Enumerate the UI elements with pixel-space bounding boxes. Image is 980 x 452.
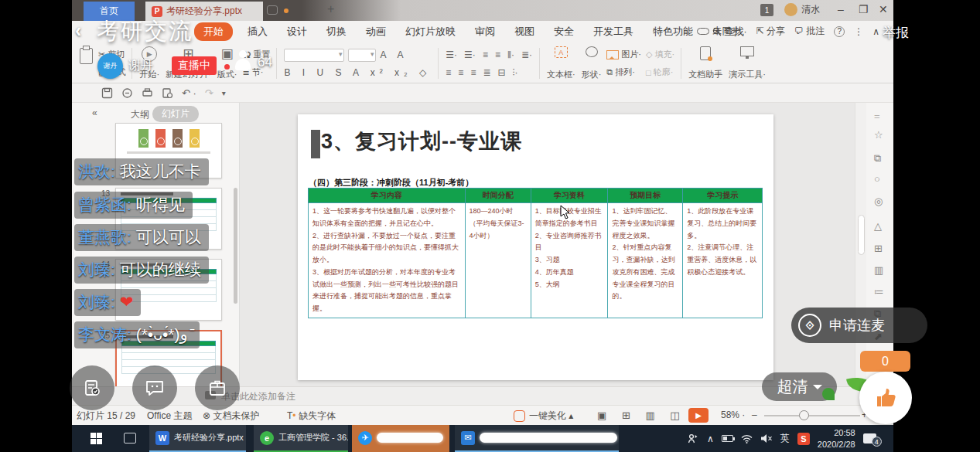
report-button[interactable]: 举报 bbox=[883, 24, 909, 42]
ribbon-tab-transition[interactable]: 切换 bbox=[322, 23, 351, 40]
outline-button[interactable]: □ 轮廓· bbox=[646, 66, 674, 78]
paste-button[interactable] bbox=[77, 46, 96, 81]
help-button[interactable]: ? bbox=[834, 26, 845, 37]
restore-button[interactable]: ❐ bbox=[859, 3, 869, 15]
ribbon-tab-dev-tools[interactable]: 开发工具 bbox=[589, 23, 638, 40]
taskbar-app-messenger[interactable]: ✉ bbox=[455, 425, 619, 452]
ribbon-tab-insert[interactable]: 插入 bbox=[243, 23, 272, 40]
notification-center-icon[interactable]: 4 bbox=[863, 433, 876, 444]
tray-time: 20:58 bbox=[834, 428, 855, 437]
redo-button[interactable]: ↷ bbox=[205, 87, 213, 99]
switch-windows-icon[interactable]: ⧉ bbox=[874, 152, 881, 165]
ime-indicator[interactable]: 英 bbox=[780, 432, 790, 445]
list-format-buttons-row1[interactable]: ☰·☰·≡≡⫴·≣· bbox=[446, 49, 532, 60]
panel-tab-outline[interactable]: 大纲 bbox=[131, 108, 149, 121]
view-mode-buttons[interactable]: ▣ ⊞ ▥ ◫ bbox=[597, 410, 686, 421]
font-family-select[interactable] bbox=[284, 49, 344, 62]
picture-button[interactable]: 图片· bbox=[606, 49, 641, 60]
current-slide[interactable]: 3、复习计划--专业课 （四）第三阶段：冲刺阶段（11月初-考前） 学习内容 时… bbox=[298, 114, 773, 380]
account-chip[interactable]: 清水 bbox=[784, 3, 820, 16]
print-icon[interactable] bbox=[142, 87, 153, 99]
beautify-button[interactable]: 一键美化 ▴ bbox=[514, 410, 573, 423]
effects-icon[interactable]: ☆ bbox=[874, 129, 883, 141]
smartart-icon[interactable]: △ bbox=[874, 220, 882, 232]
sogou-input-icon[interactable]: S bbox=[797, 433, 810, 445]
live-dot-icon bbox=[224, 64, 230, 70]
ribbon-tab-review[interactable]: 审阅 bbox=[470, 23, 500, 40]
sync-status-button[interactable]: 未同步· bbox=[697, 25, 746, 38]
table-panel-icon[interactable]: ⊞ bbox=[874, 243, 883, 254]
new-tab-button[interactable]: + bbox=[327, 2, 334, 16]
close-button[interactable]: ✕ bbox=[879, 3, 888, 15]
wifi-icon[interactable] bbox=[741, 434, 753, 444]
more-menu-button[interactable]: ⋮ bbox=[854, 26, 863, 37]
panel-tab-slides[interactable]: 幻灯片 bbox=[152, 106, 199, 122]
like-button[interactable] bbox=[859, 372, 912, 424]
task-view-button[interactable] bbox=[124, 433, 136, 444]
share-button[interactable]: ⇱ 分享 bbox=[756, 25, 784, 38]
ribbon-tab-view[interactable]: 视图 bbox=[510, 23, 539, 40]
doc-assistant-button[interactable]: 文档助手 bbox=[685, 46, 726, 81]
slide-counter[interactable]: 幻灯片 15 / 29 bbox=[77, 410, 135, 423]
taskbar-app-wps[interactable]: W 考研经验分享.pptx ... bbox=[149, 425, 246, 452]
seal-icon[interactable]: ◎ bbox=[874, 195, 883, 207]
scrollbar-thumb[interactable] bbox=[858, 215, 865, 255]
undo-button[interactable]: ↶ · bbox=[182, 87, 196, 99]
font-size-select[interactable] bbox=[348, 49, 376, 62]
slideshow-play-button[interactable]: ▶ bbox=[688, 408, 709, 423]
zoom-level[interactable]: 58% · bbox=[721, 410, 745, 420]
arrange-button[interactable]: ⧉ 排列· bbox=[606, 66, 641, 78]
shapes-panel-icon[interactable]: ○ bbox=[874, 173, 880, 185]
theme-name[interactable]: Office 主题 bbox=[147, 410, 192, 423]
sign-in-button[interactable] bbox=[70, 365, 114, 410]
save-icon[interactable] bbox=[101, 87, 113, 99]
taskbar-app-school[interactable]: e 工商管理学院 - 36... bbox=[254, 425, 348, 452]
panel-collapse-button[interactable]: « bbox=[92, 107, 97, 118]
start-button[interactable] bbox=[90, 433, 102, 444]
comment-button[interactable]: 🗩 批注 bbox=[794, 25, 825, 38]
settings-sliders-icon[interactable]: ≔ bbox=[874, 286, 884, 297]
tray-expand-icon[interactable]: ∧ bbox=[707, 433, 714, 444]
chat-button[interactable] bbox=[132, 365, 177, 410]
textbox-button[interactable]: A 文本框· bbox=[544, 46, 579, 81]
panel-scrollbar[interactable] bbox=[234, 188, 237, 304]
speaker-muted-icon[interactable] bbox=[760, 433, 773, 444]
customize-quickbar-button[interactable]: ▾ bbox=[222, 89, 226, 97]
ribbon-tab-special[interactable]: 特色功能 bbox=[648, 23, 698, 40]
gift-box-button[interactable] bbox=[195, 365, 240, 410]
document-scrollbar[interactable] bbox=[855, 103, 866, 386]
collapse-ribbon-button[interactable]: ∧ bbox=[872, 26, 879, 37]
present-tools-button[interactable]: 演示工具· bbox=[726, 46, 769, 81]
shapes-button[interactable]: 形状· bbox=[579, 46, 605, 81]
print-preview-icon[interactable] bbox=[162, 87, 173, 99]
battery-icon[interactable] bbox=[722, 435, 733, 442]
streamer-avatar[interactable]: 谢丹 bbox=[97, 53, 123, 79]
heart-emoji: ❤ bbox=[120, 293, 134, 311]
ribbon-tab-design[interactable]: 设计 bbox=[282, 23, 312, 40]
people-nearby-icon[interactable] bbox=[687, 433, 699, 445]
ribbon-tab-home[interactable]: 开始 bbox=[194, 22, 233, 41]
output-icon[interactable] bbox=[121, 87, 133, 99]
list-format-buttons-row2[interactable]: ≡≡≡≣⊟⫶· bbox=[446, 67, 532, 78]
chat-message: 李文涛: (*•̀ᴗ•́*)و ̄ bbox=[74, 321, 200, 348]
missing-font-status[interactable]: T• 缺失字体 bbox=[287, 410, 336, 423]
back-button[interactable]: ‹ bbox=[75, 19, 81, 42]
font-style-buttons[interactable]: B I U S A x² x₂ ◇ bbox=[284, 67, 431, 78]
ribbon-tab-slideshow[interactable]: 幻灯片放映 bbox=[401, 23, 460, 40]
minimize-button[interactable]: – bbox=[838, 3, 844, 15]
ribbon-tab-security[interactable]: 安全 bbox=[549, 23, 579, 40]
message-bubble-icon[interactable] bbox=[267, 5, 278, 15]
clock[interactable]: 20:58 2020/2/28 bbox=[818, 427, 855, 450]
font-grow-shrink-buttons[interactable]: A A bbox=[380, 49, 408, 60]
taskbar-app-chat-flashing[interactable]: ✈ bbox=[352, 425, 449, 452]
request-mic-button[interactable]: ⟐ 申请连麦 bbox=[791, 308, 927, 343]
docs-count-badge[interactable]: 1 bbox=[760, 4, 773, 16]
zoom-out-button[interactable]: – bbox=[752, 410, 757, 420]
chart-panel-icon[interactable]: ▥ bbox=[874, 264, 883, 276]
ribbon-tab-animation[interactable]: 动画 bbox=[361, 23, 391, 40]
doc-protection-status[interactable]: ⊗ 文档未保护 bbox=[203, 410, 259, 423]
zoom-slider-track[interactable] bbox=[764, 415, 860, 416]
system-tray: ∧ 英 S 20:58 2020/2/28 4 bbox=[687, 425, 876, 452]
zoom-slider-knob[interactable] bbox=[799, 410, 809, 420]
fill-button[interactable]: ◇ 填充· bbox=[646, 49, 674, 60]
